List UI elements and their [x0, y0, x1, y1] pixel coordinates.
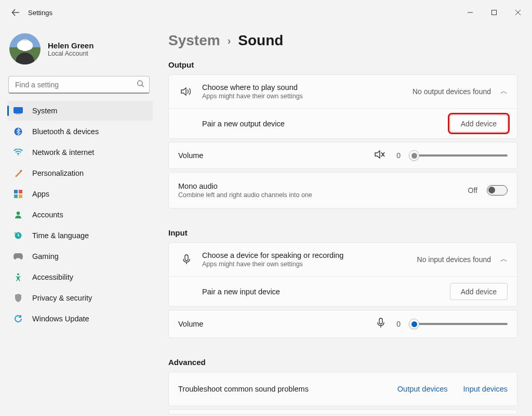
clock-icon	[14, 231, 23, 240]
profile-block[interactable]: Helen Green Local Account	[7, 29, 153, 75]
wifi-icon	[14, 148, 23, 157]
svg-rect-22	[379, 318, 382, 324]
sidebar-item-accounts[interactable]: Accounts	[7, 205, 153, 225]
gaming-icon	[14, 252, 23, 261]
output-volume-slider[interactable]	[409, 150, 508, 161]
mono-title: Mono audio	[178, 182, 468, 190]
mic-icon[interactable]	[377, 318, 385, 330]
sidebar-item-gaming[interactable]: Gaming	[7, 246, 153, 266]
output-status: No output devices found	[413, 87, 491, 96]
profile-subtitle: Local Account	[48, 50, 94, 57]
avatar	[9, 33, 41, 64]
troubleshoot-title: Troubleshoot common sound problems	[178, 385, 397, 393]
back-button[interactable]	[7, 4, 24, 21]
input-status: No input devices found	[417, 255, 491, 264]
speaker-icon	[178, 86, 195, 97]
nav-list: System Bluetooth & devices Network & int…	[7, 101, 153, 329]
svg-rect-13	[14, 194, 18, 198]
sidebar-item-label: Gaming	[32, 252, 59, 261]
troubleshoot-output-link[interactable]: Output devices	[397, 385, 448, 393]
input-volume-label: Volume	[178, 320, 368, 328]
chevron-up-icon[interactable]: ︿	[500, 87, 508, 96]
add-output-device-button[interactable]: Add device	[450, 115, 508, 132]
svg-rect-12	[19, 190, 22, 193]
add-input-device-button[interactable]: Add device	[450, 283, 508, 300]
svg-line-5	[142, 85, 144, 87]
sidebar-item-label: Privacy & security	[32, 294, 92, 302]
sidebar-item-system[interactable]: System	[7, 101, 153, 121]
mono-audio-card: Mono audio Combine left and right audio …	[168, 172, 517, 209]
choose-output-sub: Apps might have their own settings	[202, 93, 413, 100]
close-button[interactable]	[506, 4, 530, 21]
sidebar-item-network[interactable]: Network & internet	[7, 142, 153, 162]
maximize-button[interactable]	[482, 4, 506, 21]
choose-output-row[interactable]: Choose where to play sound Apps might ha…	[169, 75, 517, 108]
mono-state: Off	[468, 186, 477, 194]
choose-input-row[interactable]: Choose a device for speaking or recordin…	[169, 243, 517, 276]
sidebar-item-label: System	[32, 107, 57, 115]
input-heading: Input	[168, 228, 517, 237]
sidebar-item-update[interactable]: Windows Update	[7, 309, 153, 329]
settings-window: Settings Helen Green Local Account	[0, 0, 532, 416]
sidebar-item-accessibility[interactable]: Accessibility	[7, 267, 153, 287]
advanced-heading: Advanced	[168, 358, 517, 367]
accounts-icon	[14, 210, 23, 219]
pair-output-title: Pair a new output device	[202, 120, 450, 128]
svg-point-15	[17, 212, 20, 215]
pair-input-title: Pair a new input device	[202, 288, 450, 296]
svg-point-9	[18, 154, 19, 155]
output-heading: Output	[168, 60, 517, 69]
input-volume-card: Volume 0	[168, 310, 517, 338]
sidebar-item-label: Bluetooth & devices	[32, 127, 99, 136]
sidebar-item-time[interactable]: Time & language	[7, 226, 153, 245]
output-volume-label: Volume	[178, 151, 366, 160]
output-card: Choose where to play sound Apps might ha…	[168, 74, 517, 139]
sidebar-item-label: Accessibility	[32, 273, 73, 281]
accessibility-icon	[14, 272, 23, 282]
mono-toggle[interactable]	[487, 185, 508, 196]
choose-input-sub: Apps might have their own settings	[202, 261, 417, 268]
speaker-muted-icon[interactable]	[375, 150, 385, 161]
sidebar-item-label: Accounts	[32, 211, 63, 219]
svg-rect-11	[14, 190, 18, 193]
svg-rect-20	[185, 255, 188, 261]
chevron-right-icon: ›	[228, 35, 231, 47]
sidebar-item-label: Apps	[32, 190, 49, 198]
input-volume-value: 0	[393, 320, 401, 328]
sidebar-item-personalization[interactable]: Personalization	[7, 163, 153, 183]
search-input[interactable]	[8, 76, 150, 94]
sidebar-item-label: Time & language	[32, 231, 89, 240]
troubleshoot-input-link[interactable]: Input devices	[463, 385, 508, 393]
system-icon	[14, 106, 23, 115]
apps-icon	[14, 189, 23, 199]
choose-input-title: Choose a device for speaking or recordin…	[202, 251, 417, 259]
chevron-up-icon[interactable]: ︿	[500, 255, 508, 264]
choose-output-title: Choose where to play sound	[202, 83, 413, 92]
svg-rect-7	[16, 114, 21, 114]
sidebar-item-privacy[interactable]: Privacy & security	[7, 288, 153, 308]
input-card: Choose a device for speaking or recordin…	[168, 242, 517, 307]
main-content[interactable]: System › Sound Output Choose where to pl…	[156, 25, 532, 416]
svg-rect-14	[19, 194, 22, 198]
svg-rect-1	[492, 10, 497, 15]
output-volume-card: Volume 0	[168, 142, 517, 169]
pair-output-row: Pair a new output device Add device	[169, 108, 517, 138]
breadcrumb-parent[interactable]: System	[168, 32, 220, 49]
input-volume-slider[interactable]	[409, 319, 508, 329]
sidebar-item-bluetooth[interactable]: Bluetooth & devices	[7, 122, 153, 141]
search-field[interactable]	[8, 76, 150, 94]
titlebar: Settings	[0, 0, 532, 25]
shield-icon	[14, 293, 23, 303]
next-card-peek	[168, 409, 517, 414]
update-icon	[14, 314, 23, 323]
minimize-button[interactable]	[458, 4, 482, 21]
mono-audio-row[interactable]: Mono audio Combine left and right audio …	[169, 173, 517, 208]
pair-input-row: Pair a new input device Add device	[169, 276, 517, 306]
sidebar-item-label: Network & internet	[32, 148, 94, 157]
sidebar-item-label: Windows Update	[32, 315, 89, 323]
sidebar-item-apps[interactable]: Apps	[7, 184, 153, 204]
breadcrumb: System › Sound	[168, 32, 517, 49]
search-icon	[137, 80, 144, 90]
mono-sub: Combine left and right audio channels in…	[178, 191, 468, 199]
profile-name: Helen Green	[48, 41, 94, 50]
